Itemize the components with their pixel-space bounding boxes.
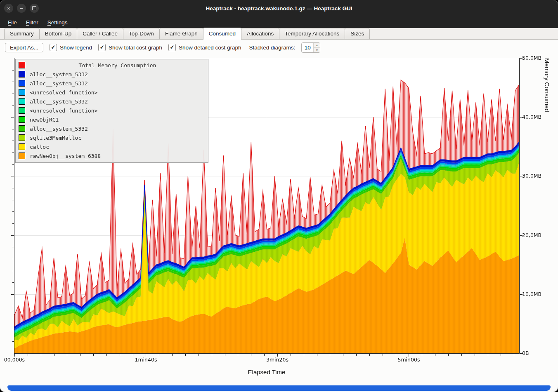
- axis-tick: [12, 211, 14, 212]
- axis-tick: [12, 271, 14, 271]
- axis-tick: [383, 354, 383, 356]
- axis-tick: [475, 354, 475, 356]
- axis-tick: [14, 354, 15, 357]
- legend-item: alloc__system_5332: [17, 79, 206, 88]
- axis-tick: [12, 188, 14, 188]
- legend-swatch: [19, 125, 25, 132]
- axis-tick: [520, 176, 523, 176]
- legend-swatch: [19, 98, 25, 105]
- y-tick-label: 40,0MB: [522, 114, 541, 120]
- axis-tick: [54, 354, 54, 356]
- legend-label: <unresolved function>: [30, 108, 97, 114]
- axis-tick: [11, 235, 14, 236]
- axis-tick: [146, 354, 146, 357]
- legend-item: <unresolved function>: [17, 88, 206, 97]
- legend-swatch: [19, 71, 25, 77]
- x-tick-label: 00.000s: [4, 357, 25, 363]
- axis-tick: [12, 70, 14, 70]
- legend-item: alloc__system_5332: [17, 124, 206, 133]
- y-tick-label: 0B: [522, 350, 529, 356]
- axis-tick: [12, 223, 14, 224]
- axis-tick: [225, 354, 225, 356]
- axis-tick: [461, 354, 462, 356]
- legend-label: sqlite3MemMalloc: [30, 135, 81, 141]
- axis-tick: [409, 354, 409, 357]
- chart-legend: Total Memory Consumption alloc__system_5…: [15, 59, 208, 163]
- axis-tick: [12, 259, 14, 259]
- axis-tick: [277, 354, 278, 357]
- axis-tick: [520, 294, 523, 295]
- axis-tick: [396, 354, 396, 356]
- axis-tick: [12, 153, 14, 153]
- maximize-button[interactable]: [30, 4, 39, 13]
- legend-item: <unresolved function>: [17, 106, 206, 115]
- axis-tick: [12, 282, 14, 283]
- y-tick-label: 30,0MB: [522, 173, 541, 179]
- legend-rows: alloc__system_5332alloc__system_5332<unr…: [17, 70, 206, 160]
- axis-tick: [185, 354, 186, 356]
- axis-tick: [264, 354, 265, 356]
- x-axis-title: Elapsed Time: [248, 369, 286, 376]
- close-icon: ×: [7, 5, 10, 12]
- axis-tick: [356, 354, 357, 356]
- axis-tick: [514, 354, 514, 356]
- legend-swatch: [19, 80, 25, 87]
- axis-tick: [80, 354, 80, 356]
- tab-flame-graph[interactable]: Flame Graph: [159, 28, 203, 39]
- axis-tick: [212, 354, 212, 356]
- axis-tick: [448, 354, 449, 356]
- legend-title-swatch: [19, 62, 25, 68]
- minimize-button[interactable]: −: [17, 4, 26, 13]
- legend-swatch: [19, 89, 25, 96]
- legend-item: alloc__system_5332: [17, 70, 206, 79]
- legend-swatch: [19, 107, 25, 114]
- tab-bottom-up[interactable]: Bottom-Up: [39, 28, 78, 39]
- axis-tick: [12, 330, 14, 330]
- legend-label: alloc__system_5332: [30, 99, 88, 105]
- axis-tick: [422, 354, 422, 356]
- axis-tick: [251, 354, 251, 356]
- tab-caller-callee[interactable]: Caller / Callee: [77, 28, 123, 39]
- close-button[interactable]: ×: [4, 4, 13, 13]
- tab-top-down[interactable]: Top-Down: [123, 28, 160, 39]
- axis-tick: [304, 354, 304, 356]
- axis-tick: [172, 354, 173, 356]
- tab-sizes[interactable]: Sizes: [345, 28, 370, 39]
- axis-tick: [41, 354, 41, 356]
- axis-tick: [291, 354, 291, 356]
- axis-tick: [238, 354, 238, 356]
- legend-label: rawNewObj__system_6388: [30, 153, 101, 159]
- tab-temporary-allocations[interactable]: Temporary Allocations: [279, 28, 345, 39]
- axis-tick: [501, 354, 501, 356]
- axis-tick: [159, 354, 159, 356]
- axis-tick: [12, 306, 14, 306]
- legend-label: alloc__system_5332: [30, 71, 88, 77]
- legend-item: alloc__system_5332: [17, 97, 206, 106]
- axis-tick: [12, 318, 14, 318]
- y-tick-label: 20,0MB: [522, 232, 541, 238]
- tab-allocations[interactable]: Allocations: [241, 28, 279, 39]
- axis-tick: [12, 200, 14, 200]
- tab-summary[interactable]: Summary: [4, 28, 40, 39]
- legend-label: <unresolved function>: [30, 89, 97, 96]
- y-tick-label: 10,0MB: [522, 291, 541, 297]
- tab-consumed[interactable]: Consumed: [203, 28, 241, 40]
- bottom-blue-bar: [7, 385, 551, 391]
- legend-label: alloc__system_5332: [30, 126, 88, 132]
- axis-tick: [11, 176, 14, 176]
- axis-tick: [12, 129, 14, 129]
- axis-tick: [11, 294, 14, 295]
- axis-tick: [12, 164, 14, 165]
- legend-label: calloc: [30, 144, 49, 150]
- axis-tick: [199, 354, 199, 356]
- maximize-icon: [32, 6, 36, 10]
- axis-tick: [12, 247, 14, 247]
- legend-swatch: [19, 116, 25, 123]
- axis-tick: [520, 58, 523, 59]
- y-axis-title: Memory Consumed: [544, 58, 551, 353]
- axis-tick: [343, 354, 343, 356]
- axis-tick: [12, 106, 14, 106]
- app-window: × − Heaptrack - heaptrack.wakunode.1.gz …: [0, 0, 558, 392]
- legend-title-row: Total Memory Consumption: [17, 61, 206, 70]
- legend-swatch: [19, 134, 25, 141]
